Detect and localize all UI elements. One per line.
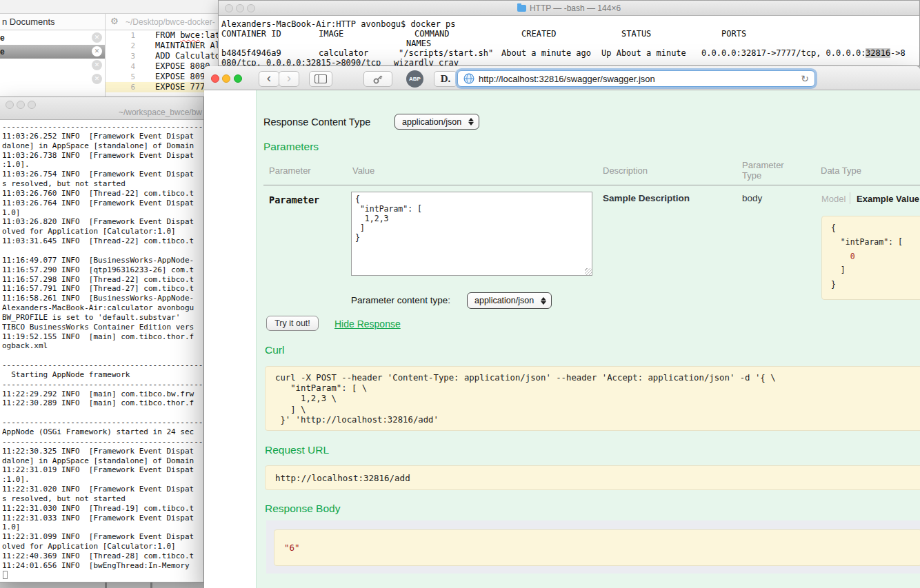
desktop: n Documents ⚙ ~/Desktop/bwce-docker- e✕e…	[0, 0, 920, 588]
select-arrows-icon	[468, 118, 474, 125]
log-line: olved for Application [Calculator:1.0]	[2, 542, 202, 551]
zoom-button[interactable]	[234, 74, 242, 83]
request-url-box[interactable]: http://localhost:32816/add	[265, 465, 920, 490]
selected-port-text: 32816	[866, 48, 890, 58]
terminal-docker-output[interactable]: Alexanders-MacBook-Air:HTTP avonbogu$ do…	[219, 16, 919, 65]
zoom-button[interactable]	[28, 101, 36, 109]
terminal-logs-titlebar[interactable]: ~/workspace_bwce/bw	[0, 97, 203, 120]
terminal-text: PORTS	[721, 29, 746, 39]
curl-line: ] \	[275, 405, 920, 415]
code-line[interactable]: 6EXPOSE 7777	[106, 82, 219, 92]
log-line: 11:03:26.760 INFO [Thread-22] com.tibco.…	[2, 189, 202, 199]
curl-line: 1,2,3 \	[275, 394, 920, 404]
line-number: 5	[106, 72, 135, 81]
curl-box[interactable]: curl -X POST --header 'Content-Type: app…	[265, 366, 920, 431]
close-document-icon[interactable]: ✕	[92, 32, 102, 43]
d-extension-button[interactable]: D.	[434, 71, 457, 87]
terminal-text: COMMAND	[414, 29, 450, 39]
curl-line: "intParam": [ \	[275, 383, 920, 394]
tab-example-value[interactable]: Example Value	[857, 194, 919, 204]
hide-response-link[interactable]: Hide Response	[334, 318, 401, 330]
parameter-content-type-select[interactable]: application/json	[467, 292, 552, 309]
code-line[interactable]: 1FROM bwce:late	[106, 30, 219, 41]
minimize-button[interactable]	[222, 74, 230, 83]
close-button[interactable]	[211, 74, 219, 83]
terminal-text: About a minute ago	[501, 48, 591, 58]
code-editor[interactable]: 1FROM bwce:late2MAINTAINER Ale3ADD Calcu…	[106, 30, 219, 97]
log-line: Starting AppNode framework	[2, 370, 202, 380]
terminal-text: STATUS	[621, 29, 651, 39]
safari-toolbar: ‹ › ABP	[204, 66, 920, 90]
log-line: s resolved, but not started	[2, 494, 202, 504]
log-line: Alexanders-MacBook-Air:calculator avonbo…	[2, 303, 202, 313]
log-line: 11:03:26.820 INFO [Framework Event Dispa…	[2, 217, 202, 227]
try-it-out-button[interactable]: Try it out!	[266, 316, 319, 331]
back-button[interactable]: ‹	[259, 71, 279, 87]
log-line: 11:22:30.289 INFO [main] com.tibco.thor.…	[2, 398, 202, 408]
adblock-extension-button[interactable]: ABP	[406, 70, 423, 88]
response-content-type-select[interactable]: application/json	[394, 114, 479, 130]
code-text: ADD Calculator	[155, 51, 225, 61]
gear-icon[interactable]: ⚙	[110, 16, 119, 26]
tab-model[interactable]: Model	[821, 194, 846, 204]
log-line: 11:16:57.298 INFO [Thread-22] com.tibco.…	[2, 275, 202, 285]
terminal-text: CREATED	[521, 29, 557, 39]
minimize-button[interactable]	[17, 101, 25, 109]
log-line: AppNode (OSGi Framework) started in 24 s…	[2, 427, 202, 437]
terminal-docker-titlebar[interactable]: HTTP — -bash — 144×6	[219, 1, 919, 16]
code-line[interactable]: 4EXPOSE 8080	[106, 61, 219, 72]
close-button[interactable]	[6, 101, 14, 109]
folder-icon	[517, 5, 526, 12]
reload-icon[interactable]: ↻	[801, 73, 809, 84]
select-value: application/json	[474, 296, 534, 305]
address-bar[interactable]: http://localhost:32816/swagger/swagger.j…	[457, 70, 815, 87]
sidebar-toggle-button[interactable]	[309, 71, 332, 87]
close-document-icon[interactable]: ✕	[92, 46, 102, 57]
log-line: 11:24:01.656 INFO [bwEngThread:In-Memory	[2, 561, 202, 571]
background-divider	[105, 582, 107, 588]
log-line: 11:22:31.030 INFO [Thread-19] com.tibco.…	[2, 504, 202, 514]
log-line: ----------------------------------------…	[2, 361, 202, 370]
example-value-box[interactable]: { "intParam": [ 0 ] }	[821, 216, 920, 300]
response-content-type-label: Response Content Type	[263, 116, 370, 128]
abp-label: ABP	[409, 76, 421, 82]
response-body-value: "6"	[274, 530, 920, 553]
open-document-item[interactable]: e✕	[0, 31, 105, 45]
parameter-type-value: body	[742, 193, 762, 203]
forward-icon: ›	[287, 71, 291, 84]
code-line[interactable]: 5EXPOSE 8090	[106, 72, 219, 82]
terminal-logs-title: ~/workspace_bwce/bw	[119, 108, 202, 117]
document-name: e	[0, 47, 5, 57]
open-document-item[interactable]: ✕	[0, 72, 105, 86]
forward-button[interactable]: ›	[279, 71, 299, 87]
log-line	[2, 351, 202, 361]
open-document-item[interactable]: e✕	[0, 45, 105, 59]
log-line: dalone] in AppSpace [standalone] of Doma…	[2, 456, 202, 466]
response-body-box[interactable]: "6"	[274, 529, 920, 566]
swagger-operation-panel: Response Content Type application/json P…	[256, 90, 920, 588]
parameter-content-type-label: Parameter content type:	[351, 295, 450, 305]
editor-window: n Documents ⚙ ~/Desktop/bwce-docker- e✕e…	[0, 0, 219, 97]
terminal-text: 080/tcp, 0.0.0.0:32815->8090/tcp	[221, 58, 381, 65]
terminal-logs-output[interactable]: ----------------------------------------…	[2, 122, 202, 581]
column-data-type: Data Type	[821, 165, 861, 176]
safari-window: ‹ › ABP	[204, 66, 920, 588]
terminal-cursor-line	[2, 571, 202, 580]
log-line: 11:22:31.019 INFO [Framework Event Dispa…	[2, 465, 202, 475]
password-extension-button[interactable]	[363, 71, 392, 87]
code-line[interactable]: 2MAINTAINER Ale	[106, 41, 219, 51]
code-line[interactable]: 3ADD Calculator	[106, 51, 219, 61]
line-number: 4	[106, 62, 135, 71]
textarea-resize-grip[interactable]	[585, 268, 592, 275]
log-line: 11:03:26.754 INFO [Framework Event Dispa…	[2, 170, 202, 179]
close-document-icon[interactable]: ✕	[92, 74, 102, 84]
close-document-icon[interactable]: ✕	[92, 60, 102, 70]
log-line: 11:16:57.791 INFO [Thread-27] com.tibco.…	[2, 284, 202, 294]
parameter-value-textarea[interactable]: { "intParam": [ 1,2,3 ] }	[351, 192, 592, 276]
log-line: BW_PROFILE is set to 'default.substvar'	[2, 313, 202, 323]
log-line: 11:03:26.764 INFO [Framework Event Dispa…	[2, 199, 202, 208]
editor-titlebar[interactable]	[0, 0, 219, 14]
open-document-item[interactable]: ✕	[0, 59, 105, 72]
request-url-value: http://localhost:32816/add	[266, 466, 920, 483]
log-line: 11:03:26.738 INFO [Framework Event Dispa…	[2, 151, 202, 161]
